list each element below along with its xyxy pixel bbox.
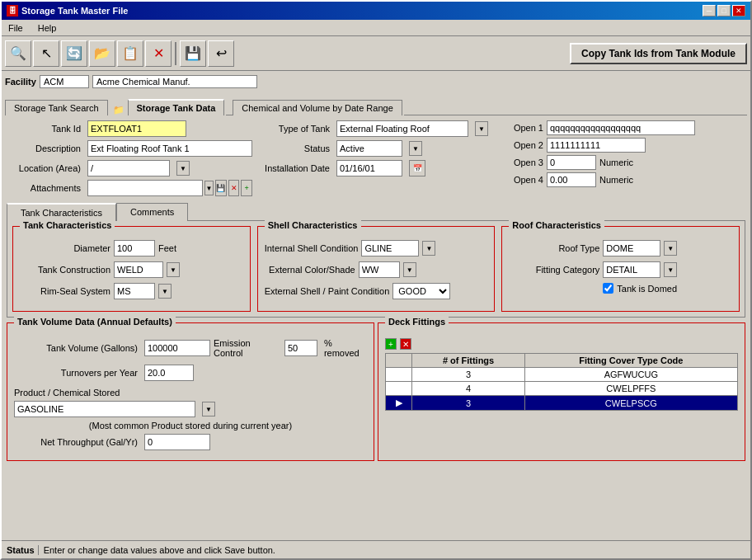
undo-button[interactable]: ↩ (208, 40, 234, 67)
open2-label: Open 2 (502, 140, 543, 150)
open1-input[interactable] (547, 120, 695, 135)
paint-condition-select[interactable]: GOOD (392, 283, 450, 299)
attachments-del-btn[interactable]: ✕ (228, 180, 240, 196)
row-indicator (386, 382, 412, 396)
open3-input[interactable] (547, 155, 596, 170)
diameter-label: Diameter (20, 243, 110, 253)
menu-bar: File Help (2, 20, 750, 36)
middle-column: Type of Tank ▼ Status ▼ Installation Dat… (256, 120, 499, 200)
open4-row: Open 4 Numeric (502, 172, 745, 187)
attachments-dropdown[interactable]: ▼ (204, 181, 214, 195)
construction-row: Tank Construction ▼ (20, 261, 243, 278)
status-row: Status ▼ (256, 140, 499, 157)
emission-row: Emission Control % removed (214, 338, 367, 358)
help-menu[interactable]: Help (35, 21, 60, 35)
left-column: Tank Id Description Location (Area) ▼ At… (7, 120, 252, 200)
row-indicator: ▶ (386, 396, 412, 411)
open4-input[interactable] (547, 172, 596, 187)
tank-id-row: Tank Id (7, 120, 252, 137)
facility-id-input[interactable] (40, 75, 89, 88)
volume-group-title: Tank Volume Data (Annual Defaults) (14, 317, 176, 327)
tank-domed-checkbox-label: Tank is Domed (603, 283, 677, 294)
attachments-add-btn[interactable]: + (241, 180, 252, 196)
refresh-button[interactable]: 🔄 (61, 40, 87, 67)
calendar-button[interactable]: 📅 (409, 160, 425, 176)
top-form: Tank Id Description Location (Area) ▼ At… (7, 120, 745, 200)
pointer-button[interactable]: ↖ (33, 40, 59, 67)
tab-storage-tank-search[interactable]: Storage Tank Search (5, 100, 108, 115)
maximize-button[interactable]: □ (717, 5, 731, 16)
attachments-field: ▼ 💾 ✕ + (87, 180, 252, 196)
table-row[interactable]: 3 AGFWUCUG (386, 368, 738, 382)
throughput-input[interactable] (144, 434, 210, 450)
tank-char-group: Tank Characteristics Diameter Feet Tank … (12, 226, 251, 312)
turnovers-input[interactable] (144, 365, 194, 381)
app-icon: 🗄 (7, 5, 18, 16)
product-row: Product / Chemical Stored (14, 388, 367, 398)
status-dropdown[interactable]: ▼ (409, 141, 422, 156)
internal-condition-input[interactable] (361, 240, 419, 256)
location-dropdown[interactable]: ▼ (176, 161, 190, 176)
tab-comments[interactable]: Comments (116, 203, 188, 221)
copy-button[interactable]: 📋 (117, 40, 143, 67)
product-dropdown[interactable]: ▼ (202, 402, 215, 416)
open-button[interactable]: 📂 (89, 40, 115, 67)
installation-input[interactable] (336, 160, 402, 176)
external-color-input[interactable] (359, 261, 400, 278)
open3-label: Open 3 (502, 158, 543, 167)
tab-storage-tank-data[interactable]: Storage Tank Data (128, 99, 225, 115)
construction-input[interactable] (114, 261, 163, 278)
attachments-input[interactable] (87, 180, 203, 196)
diameter-input[interactable] (114, 240, 155, 256)
copy-tank-ids-button[interactable]: Copy Tank Ids from Tank Module (570, 43, 747, 64)
construction-dropdown[interactable]: ▼ (167, 262, 180, 277)
tab-tank-characteristics[interactable]: Tank Characteristics (7, 203, 116, 221)
facility-label: Facility (5, 77, 36, 87)
volume-input[interactable] (144, 340, 210, 356)
volume-group: Tank Volume Data (Annual Defaults) Tank … (7, 322, 374, 461)
fitting-category-input[interactable] (603, 261, 660, 278)
file-menu[interactable]: File (5, 21, 26, 35)
delete-button[interactable]: ✕ (145, 40, 172, 67)
tank-id-input[interactable] (87, 120, 186, 137)
tab-chemical-volume[interactable]: Chemical and Volume by Date Range (233, 100, 402, 115)
emission-input[interactable] (284, 340, 317, 356)
deck-add-button[interactable]: + (385, 338, 397, 350)
folder-icon[interactable]: 📁 (113, 105, 125, 115)
type-dropdown[interactable]: ▼ (475, 121, 488, 136)
open4-type: Numeric (599, 175, 633, 185)
location-input[interactable] (87, 160, 170, 176)
fitting-category-dropdown[interactable]: ▼ (664, 262, 677, 277)
open3-type: Numeric (599, 158, 633, 167)
tank-domed-checkbox[interactable] (603, 283, 613, 294)
open1-label: Open 1 (502, 123, 543, 133)
main-window: 🗄 Storage Tank Master File ─ □ ✕ File He… (0, 0, 752, 560)
attachments-save-btn[interactable]: 💾 (215, 180, 227, 196)
rim-seal-dropdown[interactable]: ▼ (158, 284, 172, 299)
description-input[interactable] (87, 140, 252, 157)
paint-condition-label: External Shell / Paint Condition (265, 286, 390, 296)
main-tabs-row: Tank Characteristics Comments (7, 203, 745, 221)
product-input-row: ▼ (14, 401, 367, 417)
open3-row: Open 3 Numeric (502, 155, 745, 170)
emission-unit: % removed (324, 338, 367, 358)
status-input[interactable] (336, 140, 402, 157)
open2-input[interactable] (547, 138, 646, 153)
rim-seal-input[interactable] (114, 283, 155, 299)
bottom-area: Tank Volume Data (Annual Defaults) Tank … (7, 322, 745, 461)
external-color-dropdown[interactable]: ▼ (403, 262, 416, 277)
shell-char-group: Shell Characteristics Internal Shell Con… (257, 226, 496, 312)
save-button[interactable]: 💾 (180, 40, 206, 67)
roof-type-dropdown[interactable]: ▼ (664, 241, 677, 256)
close-button[interactable]: ✕ (732, 5, 745, 16)
minimize-button[interactable]: ─ (703, 5, 716, 16)
roof-type-input[interactable] (603, 240, 660, 256)
location-label: Location (Area) (7, 163, 81, 173)
table-row[interactable]: ▶ 3 CWELPSCG (386, 396, 738, 411)
internal-condition-dropdown[interactable]: ▼ (422, 241, 435, 256)
row-fittings: 3 (412, 396, 524, 411)
deck-delete-button[interactable]: ✕ (400, 338, 411, 350)
product-input[interactable] (14, 401, 195, 417)
search-button[interactable]: 🔍 (5, 40, 31, 67)
table-row[interactable]: 4 CWELPFFS (386, 382, 738, 396)
